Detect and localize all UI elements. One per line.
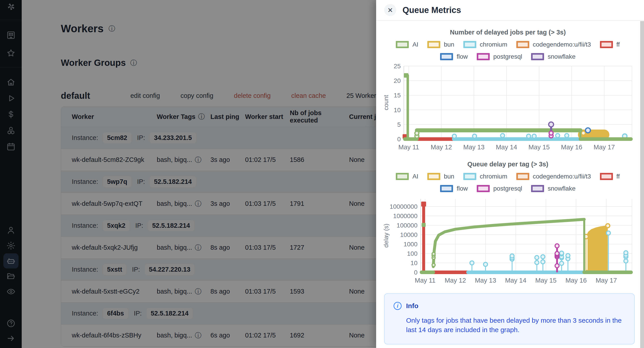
svg-text:0: 0 — [397, 136, 401, 143]
legend-swatch — [440, 53, 453, 60]
delayed-jobs-chart: Number of delayed jobs per tag (> 3s)AIb… — [382, 29, 634, 154]
svg-text:25: 25 — [394, 63, 401, 70]
legend-swatch — [463, 173, 476, 180]
legend-item[interactable]: AI — [396, 41, 418, 48]
svg-text:May 17: May 17 — [596, 277, 617, 284]
svg-text:1000: 1000 — [404, 241, 418, 248]
legend-label: postgresql — [493, 185, 522, 192]
legend-label: AI — [412, 41, 418, 48]
legend-label: ff — [616, 173, 620, 180]
svg-text:20: 20 — [394, 77, 401, 84]
svg-text:0: 0 — [414, 269, 418, 276]
svg-text:May 17: May 17 — [594, 143, 615, 151]
svg-text:15: 15 — [394, 92, 401, 99]
legend-label: ff — [616, 41, 620, 48]
svg-text:May 15: May 15 — [528, 143, 550, 151]
svg-text:1000000: 1000000 — [393, 213, 418, 220]
legend-label: codegendemo:u/fii/t3 — [533, 173, 591, 180]
legend-label: flow — [456, 53, 468, 60]
legend-item[interactable]: flow — [440, 53, 468, 60]
legend-item[interactable]: snowflake — [531, 53, 576, 60]
legend-label: AI — [412, 173, 418, 180]
svg-text:May 11: May 11 — [415, 277, 436, 284]
legend-swatch — [516, 173, 529, 180]
legend-label: snowflake — [548, 185, 576, 192]
legend-label: bun — [444, 173, 454, 180]
svg-text:5: 5 — [397, 121, 401, 128]
legend-swatch — [531, 185, 544, 192]
legend-swatch — [427, 173, 440, 180]
svg-text:count: count — [382, 95, 390, 110]
legend-swatch — [531, 53, 544, 60]
svg-text:May 16: May 16 — [566, 277, 587, 284]
svg-text:May 15: May 15 — [535, 277, 556, 284]
svg-text:May 13: May 13 — [475, 277, 496, 284]
legend-item[interactable]: flow — [440, 185, 468, 192]
legend-swatch — [396, 41, 409, 48]
legend-swatch — [600, 173, 613, 180]
legend-label: chromium — [480, 41, 507, 48]
legend-swatch — [463, 41, 476, 48]
legend-item[interactable]: snowflake — [531, 185, 576, 192]
legend-item[interactable]: ff — [600, 41, 620, 48]
svg-text:May 12: May 12 — [431, 143, 452, 151]
legend-swatch — [477, 185, 490, 192]
legend-swatch — [440, 185, 453, 192]
chart-plot: 0510152025May 11May 12May 13May 14May 15… — [382, 63, 634, 153]
legend-item[interactable]: codegendemo:u/fii/t3 — [516, 173, 591, 180]
legend-swatch — [600, 41, 613, 48]
drawer-header: ✕ Queue Metrics — [376, 0, 644, 21]
legend-label: chromium — [480, 173, 507, 180]
info-box-body: Only tags for jobs that have been delaye… — [406, 316, 632, 334]
legend-label: bun — [444, 41, 454, 48]
app-root: Workers ⓘ Worker Groups ⓘ default edit c… — [0, 0, 644, 348]
drawer-body: Number of delayed jobs per tag (> 3s)AIb… — [376, 21, 644, 347]
svg-text:100: 100 — [407, 250, 418, 257]
legend-item[interactable]: codegendemo:u/fii/t3 — [516, 41, 591, 48]
info-box: i Info Only tags for jobs that have been… — [384, 293, 634, 344]
legend-swatch — [516, 41, 529, 48]
svg-text:delay (s): delay (s) — [382, 224, 390, 247]
legend-label: codegendemo:u/fii/t3 — [533, 41, 591, 48]
legend-item[interactable]: ff — [600, 173, 620, 180]
info-box-title: Info — [406, 302, 418, 310]
chart-title: Queue delay per tag (> 3s) — [382, 160, 634, 168]
queue-metrics-drawer: ✕ Queue Metrics Number of delayed jobs p… — [376, 0, 644, 348]
close-icon[interactable]: ✕ — [384, 4, 396, 16]
legend-item[interactable]: bun — [427, 41, 454, 48]
svg-text:10000: 10000 — [400, 231, 418, 238]
legend-item[interactable]: bun — [427, 173, 454, 180]
legend-swatch — [396, 173, 409, 180]
legend-swatch — [477, 53, 490, 60]
legend-swatch — [427, 41, 440, 48]
legend-label: postgresql — [493, 53, 522, 60]
legend-item[interactable]: postgresql — [477, 185, 522, 192]
drawer-scrollbar[interactable] — [640, 21, 644, 348]
svg-text:10: 10 — [410, 260, 418, 266]
legend-item[interactable]: postgresql — [477, 53, 522, 60]
legend-item[interactable]: AI — [396, 173, 418, 180]
legend-item[interactable]: chromium — [463, 173, 507, 180]
chart-plot: 010100100010000100000100000010000000May … — [382, 195, 634, 289]
svg-text:100000: 100000 — [397, 222, 418, 229]
drawer-title: Queue Metrics — [402, 5, 461, 15]
info-circle-icon: i — [394, 302, 402, 310]
svg-text:May 11: May 11 — [398, 143, 419, 151]
legend-label: flow — [456, 185, 468, 192]
svg-text:May 12: May 12 — [445, 277, 466, 284]
chart-title: Number of delayed jobs per tag (> 3s) — [382, 29, 634, 36]
svg-text:10000000: 10000000 — [390, 203, 418, 210]
legend-label: snowflake — [548, 53, 576, 60]
legend-item[interactable]: chromium — [463, 41, 507, 48]
svg-text:May 14: May 14 — [505, 277, 526, 284]
svg-text:May 14: May 14 — [496, 143, 517, 151]
queue-delay-chart: Queue delay per tag (> 3s)AIbunchromiumc… — [382, 160, 634, 290]
svg-text:May 13: May 13 — [463, 143, 484, 151]
svg-text:10: 10 — [394, 107, 401, 113]
svg-text:May 16: May 16 — [561, 143, 582, 151]
